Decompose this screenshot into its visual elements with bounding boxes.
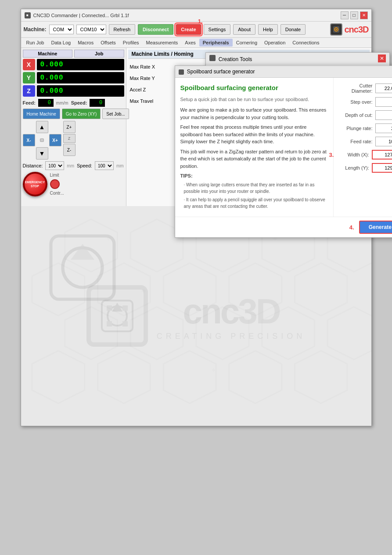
y-minus-button[interactable]: ▼ xyxy=(36,147,48,160)
feed-unit: mm/m xyxy=(56,101,68,105)
sb-title-left: Spoilboard surface generator xyxy=(179,69,255,75)
feed-rate-row: Feed rate: ▲ ▼ mm/m xyxy=(339,137,392,146)
speed-select[interactable]: 100 xyxy=(95,161,114,170)
distance-unit: mm xyxy=(67,163,74,168)
depth-input[interactable] xyxy=(375,110,392,120)
menu-macros[interactable]: Macros xyxy=(74,39,97,47)
creation-tools-title-bar: Creation Tools ✕ xyxy=(206,53,389,65)
creation-tools-close-button[interactable]: ✕ xyxy=(378,54,386,62)
cutter-diameter-row: Cutter Diameter: ▲ ▼ mm xyxy=(339,83,392,94)
title-bar-left: ■ CNC3D Commander | Connected... Grbl 1.… xyxy=(25,12,129,18)
z-axis-label: Z xyxy=(23,85,35,97)
z-minus-button[interactable]: Z- xyxy=(63,144,76,156)
set-job-button[interactable]: Set Job... xyxy=(102,109,129,119)
svg-marker-14 xyxy=(130,307,183,359)
bg-icon-left xyxy=(43,228,122,308)
minimize-button[interactable]: ─ xyxy=(341,11,349,19)
z-plus-button[interactable]: Z+ xyxy=(63,121,76,133)
length-input[interactable] xyxy=(372,163,392,173)
creation-tools-title-left: Creation Tools xyxy=(209,55,252,62)
sb-tips-label: TIPS: xyxy=(180,172,328,180)
limit-indicator xyxy=(50,179,60,189)
menu-cornering[interactable]: Cornering xyxy=(233,39,261,47)
menu-profiles[interactable]: Profiles xyxy=(119,39,143,47)
modal-overlay: Creation Tools ✕ Project creation tools … xyxy=(126,48,371,206)
svg-marker-12 xyxy=(295,263,347,316)
sb-text1: We are going to make a job to surface yo… xyxy=(180,106,328,121)
sb-right-panel: Cutter Diameter: ▲ ▼ mm Step over: xyxy=(333,78,392,217)
z-indicator: Z xyxy=(63,134,76,143)
donate-button[interactable]: Donate xyxy=(281,24,306,35)
distance-label: Distance: xyxy=(23,163,43,168)
logo-area: cnc3D xyxy=(330,23,368,36)
svg-text:✦: ✦ xyxy=(140,287,147,296)
x-plus-button[interactable]: X+ xyxy=(49,134,61,146)
cutter-diameter-input[interactable] xyxy=(375,83,392,93)
maximize-button[interactable]: □ xyxy=(350,11,358,19)
com10-select[interactable]: COM10 xyxy=(76,25,106,34)
annotation-3: 3. xyxy=(329,152,334,158)
limit-label: Limit xyxy=(50,173,64,178)
main-area: Machine Job X 0.000 Y 0.000 Z 0.000 Feed… xyxy=(21,48,371,206)
go-zero-button[interactable]: Go to Zero (XY) xyxy=(62,109,101,119)
feed-rate-input[interactable] xyxy=(375,137,392,146)
depth-label: Depth of cut: xyxy=(339,112,373,118)
sb-body: Spoilboard surfacing generator Setup a q… xyxy=(175,78,392,217)
menu-operation[interactable]: Operation xyxy=(261,39,289,47)
help-button[interactable]: Help xyxy=(258,24,278,35)
disconnect-button[interactable]: Disconnect xyxy=(138,24,173,35)
width-input[interactable] xyxy=(372,150,392,160)
right-panel: Machine Limits / Homing Max Rate X ▲ ▼ m… xyxy=(126,48,371,206)
width-row-container: 3. Width (X): ▲ ▼ mm/m xyxy=(339,150,392,160)
feed-speed-row: Feed: 0 mm/m Speed: 0 xyxy=(23,99,124,107)
x-axis-value: 0.000 xyxy=(37,59,124,70)
menu-measurements[interactable]: Measurements xyxy=(143,39,182,47)
plunge-input[interactable] xyxy=(375,123,392,133)
dist-speed-row: Distance: 100 mm Speed: 100 mm xyxy=(23,161,124,170)
svg-point-2 xyxy=(336,29,337,30)
x-minus-button[interactable]: X- xyxy=(23,134,35,146)
width-label: Width (X): xyxy=(339,152,369,157)
com-port-select[interactable]: COM xyxy=(49,25,74,34)
y-axis-row: Y 0.000 xyxy=(23,72,124,84)
distance-select[interactable]: 100 xyxy=(45,161,64,170)
home-machine-button[interactable]: Home Machine xyxy=(23,109,60,119)
sb-footer: 4. Generate Close xyxy=(175,217,392,237)
y-plus-button[interactable]: ▲ xyxy=(36,121,48,133)
contrl-label: Contr... xyxy=(50,191,64,196)
create-button[interactable]: Create xyxy=(176,24,201,35)
menu-run-job[interactable]: Run Job xyxy=(23,39,48,47)
control-buttons: Home Machine Go to Zero (XY) Set Job... xyxy=(23,109,124,119)
step-over-input[interactable] xyxy=(375,97,392,107)
sb-text2: Feel free repeat this process multiple t… xyxy=(180,123,328,145)
menu-connections[interactable]: Connections xyxy=(289,39,323,47)
emergency-stop-button[interactable]: EMERGENCYSTOP xyxy=(23,172,47,196)
svg-marker-13 xyxy=(65,307,117,359)
machine-header: Machine xyxy=(23,50,73,58)
menu-axes[interactable]: Axes xyxy=(181,39,199,47)
z-axis-row: Z 0.000 xyxy=(23,85,124,97)
speed-label: Speed: xyxy=(71,100,87,105)
menu-offsets[interactable]: Offsets xyxy=(97,39,119,47)
feed-rate-label: Feed rate: xyxy=(339,139,373,144)
menu-data-log[interactable]: Data Log xyxy=(47,39,74,47)
refresh-button[interactable]: Refresh xyxy=(109,24,136,35)
depth-row: Depth of cut: ▲ ▼ mm xyxy=(339,110,392,120)
plunge-label: Plunge rate: xyxy=(339,126,373,131)
speed-unit-jog: mm xyxy=(116,163,124,168)
spoilboard-modal: Spoilboard surface generator ✕ Spoilboar… xyxy=(175,65,392,238)
width-row: Width (X): ▲ ▼ mm/m xyxy=(339,150,392,160)
settings-button[interactable]: Settings xyxy=(204,24,231,35)
feed-label: Feed: xyxy=(23,100,36,105)
svg-marker-29 xyxy=(71,244,94,260)
svg-marker-19 xyxy=(97,351,150,403)
app-window: ■ CNC3D Commander | Connected... Grbl 1.… xyxy=(21,9,372,426)
close-button[interactable]: ✕ xyxy=(360,11,368,19)
step-over-row: Step over: ▲ ▼ % xyxy=(339,97,392,107)
y-axis-label: Y xyxy=(23,72,35,83)
y-axis-value: 0.000 xyxy=(37,72,124,83)
generate-button[interactable]: Generate xyxy=(359,221,392,234)
about-button[interactable]: About xyxy=(233,24,255,35)
menu-peripherals[interactable]: Peripherals xyxy=(199,39,233,47)
app-title: CNC3D Commander | Connected... Grbl 1.1f xyxy=(33,13,129,18)
